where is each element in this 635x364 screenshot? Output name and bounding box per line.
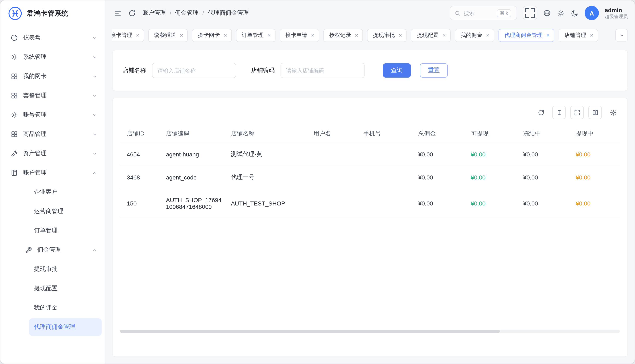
cell-username [310, 189, 360, 218]
close-icon[interactable]: × [486, 32, 490, 38]
sidebar-item-order-management[interactable]: 订单管理 [29, 222, 102, 240]
sidebar-item-enterprise-customers[interactable]: 企业客户 [29, 183, 102, 201]
tab-plan-gift[interactable]: 套餐赠送× [148, 29, 188, 42]
chevron-down-icon [619, 32, 624, 38]
sidebar-item-label: 系统管理 [23, 53, 47, 61]
tab-shop-management[interactable]: 店铺管理× [559, 29, 598, 42]
wrench-icon [25, 246, 32, 254]
horizontal-scrollbar-thumb[interactable] [120, 330, 500, 333]
table-toolbar [120, 102, 620, 125]
search-input[interactable] [464, 10, 494, 16]
horizontal-scrollbar-track[interactable] [120, 330, 620, 333]
user-menu[interactable]: admin 超级管理员 [605, 7, 628, 19]
table-row: 150 AUTH_SHOP_1769410068471648000 AUTH_T… [120, 189, 620, 218]
cell-total-commission: ¥0.00 [415, 189, 468, 218]
cell-total-commission: ¥0.00 [415, 166, 468, 189]
sidebar-item-withdraw-config[interactable]: 提现配置 [29, 280, 102, 297]
sidebar-item-label: 提现审批 [34, 266, 58, 273]
tab-withdraw-config[interactable]: 提现配置× [411, 29, 451, 42]
sidebar-item-withdraw-approval[interactable]: 提现审批 [29, 260, 102, 278]
refresh-icon[interactable] [128, 9, 136, 17]
shop-name-input[interactable] [152, 63, 236, 78]
table-settings-gear-icon[interactable] [606, 106, 620, 119]
column-header: 用户名 [310, 125, 360, 143]
tab-swap-request[interactable]: 换卡申请× [280, 29, 319, 42]
breadcrumb: 账户管理 / 佣金管理 / 代理商佣金管理 [142, 9, 249, 17]
chevron-down-icon [92, 35, 97, 40]
sidebar-item-dashboard[interactable]: 仪表盘 [4, 29, 102, 46]
close-icon[interactable]: × [355, 32, 358, 38]
breadcrumb-item[interactable]: 账户管理 [142, 9, 166, 17]
search-icon [454, 10, 461, 16]
close-icon[interactable]: × [590, 32, 593, 38]
sidebar-item-label: 仪表盘 [23, 34, 41, 42]
close-icon[interactable]: × [180, 32, 183, 38]
top-header: 账户管理 / 佣金管理 / 代理商佣金管理 ⌘ k A admin [105, 0, 634, 26]
breadcrumb-separator: / [170, 10, 171, 16]
sidebar-item-label: 账户管理 [23, 169, 47, 176]
column-header: 店铺ID [120, 125, 162, 143]
sidebar-item-accounts[interactable]: 账户管理 [4, 164, 102, 182]
close-icon[interactable]: × [136, 32, 139, 38]
sidebar-item-assets[interactable]: 资产管理 [4, 145, 102, 162]
dark-mode-moon-icon[interactable] [571, 9, 579, 17]
table-fullscreen-icon[interactable] [570, 106, 584, 119]
sidebar-item-label: 商品管理 [23, 130, 47, 138]
close-icon[interactable]: × [311, 32, 315, 38]
tab-my-commission[interactable]: 我的佣金× [455, 29, 494, 42]
table-header-row: 店铺ID 店铺编码 店铺名称 用户名 手机号 总佣金 可提现 冻结中 提现中 [120, 125, 620, 143]
global-search[interactable]: ⌘ k [450, 6, 517, 20]
tab-withdraw-approval[interactable]: 提现审批× [367, 29, 406, 42]
sidebar-item-commission[interactable]: 佣金管理 [4, 241, 102, 259]
reset-button[interactable]: 重置 [420, 63, 448, 78]
table-row: 3468 agent_code 代理一号 ¥0.00 ¥0.00 ¥0.00 ¥… [120, 166, 620, 189]
gear-icon [11, 111, 18, 119]
column-header: 可提现 [468, 125, 520, 143]
tab-auth-records[interactable]: 授权记录× [323, 29, 363, 42]
tab-order-management[interactable]: 订单管理× [236, 29, 275, 42]
cell-withdrawing: ¥0.00 [572, 166, 620, 189]
tab-card-swap-management[interactable]: 换卡管理× [112, 29, 144, 42]
sidebar-menu: 仪表盘 系统管理 我的网卡 套餐管理 账号管理 [1, 26, 105, 364]
sidebar-item-goods[interactable]: 商品管理 [4, 126, 102, 143]
settings-gear-icon[interactable] [557, 9, 565, 17]
close-icon[interactable]: × [546, 32, 550, 38]
user-avatar[interactable]: A [585, 6, 599, 20]
cell-withdrawable: ¥0.00 [468, 189, 520, 218]
shop-code-input[interactable] [281, 63, 364, 78]
columns-icon[interactable] [588, 106, 602, 119]
search-button[interactable]: 查询 [383, 63, 411, 78]
breadcrumb-item[interactable]: 代理商佣金管理 [208, 9, 249, 17]
cell-withdrawing: ¥0.00 [572, 189, 620, 218]
menu-fold-icon[interactable] [114, 9, 122, 17]
close-icon[interactable]: × [443, 32, 446, 38]
row-height-icon[interactable] [552, 106, 566, 119]
sidebar-item-plan-management[interactable]: 套餐管理 [4, 87, 102, 104]
sidebar-item-system[interactable]: 系统管理 [4, 48, 102, 66]
sidebar-item-label: 账号管理 [23, 111, 47, 119]
sidebar-item-account-number[interactable]: 账号管理 [4, 106, 102, 124]
chevron-down-icon [92, 132, 97, 137]
breadcrumb-item[interactable]: 佣金管理 [175, 9, 199, 17]
cell-shop-name: 测试代理-黄 [228, 143, 310, 166]
close-icon[interactable]: × [224, 32, 227, 38]
table-refresh-icon[interactable] [534, 106, 548, 119]
cell-shop-code: agent_code [162, 166, 228, 189]
sidebar-item-carrier-management[interactable]: 运营商管理 [29, 202, 102, 220]
chevron-up-icon [92, 170, 97, 176]
close-icon[interactable]: × [267, 32, 271, 38]
tab-agent-commission[interactable]: 代理商佣金管理× [498, 29, 554, 42]
cell-phone [360, 189, 415, 218]
close-icon[interactable]: × [398, 32, 402, 38]
tab-overflow-button[interactable] [615, 29, 628, 42]
sidebar-item-my-sim-cards[interactable]: 我的网卡 [4, 68, 102, 85]
fullscreen-icon[interactable] [523, 6, 537, 20]
sidebar-item-label: 代理商佣金管理 [34, 323, 75, 331]
sidebar-item-agent-commission[interactable]: 代理商佣金管理 [29, 318, 102, 336]
filter-panel: 店铺名称 店铺编码 查询 重置 [112, 50, 628, 91]
sidebar-item-my-commission[interactable]: 我的佣金 [29, 299, 102, 316]
language-globe-icon[interactable] [543, 9, 551, 17]
search-shortcut-badge: ⌘ k [497, 9, 511, 17]
tab-swap-sim[interactable]: 换卡网卡× [192, 29, 232, 42]
shop-code-label: 店铺编码 [251, 67, 275, 74]
